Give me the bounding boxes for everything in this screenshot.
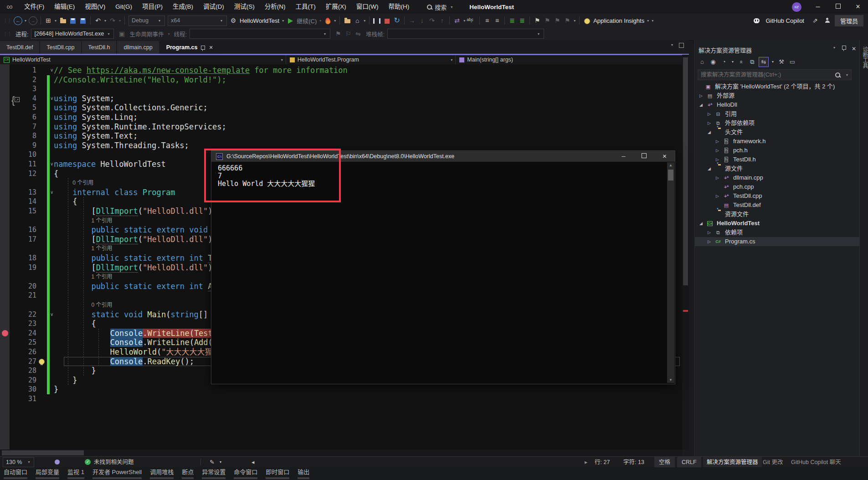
bottom-tab-4[interactable]: 调用堆栈 bbox=[150, 467, 174, 479]
flag-current-frame-icon[interactable]: ⚑ bbox=[333, 29, 343, 39]
lifecycle-events-icon[interactable]: ▣ bbox=[117, 29, 127, 39]
expanded-arrow-icon[interactable]: ◢ bbox=[699, 100, 703, 109]
collapsed-arrow-icon[interactable]: ▷ bbox=[708, 119, 711, 128]
fold-chevron-icon[interactable]: ∨ bbox=[50, 94, 53, 103]
tree-item-dllmain.cpp[interactable]: ▷+⁺dllmain.cpp bbox=[695, 173, 860, 182]
spaces-indicator[interactable]: 空格 bbox=[654, 457, 675, 468]
bottom-tab-0[interactable]: 自动窗口 bbox=[4, 467, 27, 479]
application-insights-bulb-icon[interactable] bbox=[582, 15, 592, 26]
bottom-tab-7[interactable]: 命令窗口 bbox=[234, 467, 257, 479]
code-map-icon[interactable]: ⇄ bbox=[452, 15, 462, 26]
dropdown-caret-icon[interactable]: ▾ bbox=[646, 19, 650, 23]
step-over-icon[interactable]: ↷ bbox=[427, 15, 437, 26]
account-avatar[interactable]: IIZ bbox=[792, 2, 801, 12]
code-line[interactable]: [DllImport("HelloDll.dll")] bbox=[91, 263, 217, 273]
menu-item-4[interactable]: 项目(P) bbox=[137, 0, 168, 14]
code-line[interactable]: { bbox=[72, 197, 77, 206]
outdent-icon[interactable]: ≣ bbox=[517, 15, 527, 26]
dropdown-caret-icon[interactable]: ▾ bbox=[118, 19, 122, 23]
document-tab-TestDll-h[interactable]: TestDll.h bbox=[82, 41, 117, 54]
menu-item-11[interactable]: 窗口(W) bbox=[351, 0, 384, 14]
menu-item-5[interactable]: 生成(B) bbox=[168, 0, 198, 14]
dropdown-caret-icon[interactable]: ▾ bbox=[572, 19, 577, 23]
document-list-caret-icon[interactable]: ▾ bbox=[670, 43, 674, 48]
panel-tab-2[interactable]: GitHub Copilot 聊天 bbox=[787, 457, 845, 468]
bottom-tab-6[interactable]: 异常设置 bbox=[202, 467, 226, 479]
breadcrumb-section-0[interactable]: C#HelloWorldTest▾ bbox=[0, 55, 286, 64]
nav-forward-icon[interactable]: → bbox=[29, 16, 37, 25]
save-all-icon[interactable] bbox=[78, 15, 88, 26]
tree-item--[interactable]: ▷⊟引用 bbox=[695, 109, 860, 119]
admin-button[interactable]: 管理员 bbox=[835, 15, 863, 26]
code-line[interactable]: internal class Program bbox=[72, 188, 175, 197]
menu-item-0[interactable]: 文件(F) bbox=[19, 0, 49, 14]
edit-pen-icon[interactable]: ✎ bbox=[210, 457, 214, 468]
copy-icon[interactable]: ⧉ bbox=[748, 57, 757, 67]
code-line[interactable]: [DllImport("HelloDll.dll")] bbox=[91, 206, 217, 216]
feedback-person-icon[interactable] bbox=[825, 18, 830, 23]
code-line[interactable]: using System.Linq; bbox=[54, 113, 138, 122]
collapsed-arrow-icon[interactable]: ▷ bbox=[716, 146, 719, 155]
clone-caret-icon[interactable]: ≡ bbox=[492, 15, 502, 26]
tree-item-pch.cpp[interactable]: +⁺pch.cpp bbox=[695, 182, 860, 191]
code-line[interactable]: { bbox=[54, 169, 58, 179]
collapse-all-icon[interactable]: « bbox=[737, 57, 746, 67]
tree-item--HelloWorldTest-2-2-[interactable]: ▣解决方案 'HelloWorldTest' (2 个项目，共 2 个) bbox=[695, 82, 860, 91]
pending-changes-filter-icon[interactable]: ◔ bbox=[719, 57, 729, 67]
code-line[interactable]: [DllImport("HelloDll.dll")] bbox=[91, 235, 217, 244]
bookmark-icon[interactable]: ⚑ bbox=[532, 15, 542, 26]
properties-wrench-icon[interactable]: ⚒ bbox=[777, 57, 786, 67]
code-line[interactable]: // See https://aka.ms/new-console-templa… bbox=[54, 66, 348, 75]
menu-item-12[interactable]: 帮助(H) bbox=[383, 0, 414, 14]
hot-reload-flame-icon[interactable] bbox=[323, 15, 333, 26]
tree-item--[interactable]: 资源文件 bbox=[695, 210, 860, 219]
startup-settings-gear-icon[interactable]: ⚙ bbox=[228, 15, 238, 26]
navigate-cursor-icon[interactable]: ≡ bbox=[482, 15, 492, 26]
console-scroll-thumb[interactable] bbox=[668, 170, 673, 181]
dropdown-caret-icon[interactable]: ▾ bbox=[23, 19, 28, 23]
code-line[interactable]: } bbox=[91, 366, 96, 376]
expanded-arrow-icon[interactable]: ◢ bbox=[708, 164, 711, 173]
codelens-references[interactable]: 1 个引用 bbox=[91, 216, 112, 226]
menu-item-3[interactable]: Git(G) bbox=[110, 0, 137, 14]
tree-item-HelloWorldTest[interactable]: ◢C#HelloWorldTest bbox=[695, 219, 860, 228]
open-file-icon[interactable] bbox=[58, 15, 68, 26]
tree-item--[interactable]: ◢源文件 bbox=[695, 164, 860, 173]
editor-vertical-scrollbar[interactable] bbox=[682, 55, 689, 449]
show-all-windows-icon[interactable]: ⌂ bbox=[352, 15, 362, 26]
fold-chevron-icon[interactable]: ∨ bbox=[50, 160, 53, 169]
menu-item-6[interactable]: 调试(D) bbox=[198, 0, 229, 14]
screen-reader-icon[interactable] bbox=[55, 457, 60, 468]
menu-item-9[interactable]: 工具(T) bbox=[291, 0, 321, 14]
panel-close-icon[interactable]: ✕ bbox=[852, 46, 856, 52]
zoom-select[interactable]: 130 %▾ bbox=[3, 457, 34, 467]
tree-item--[interactable]: ▷▤外部源 bbox=[695, 91, 860, 100]
document-tab-TestDll-cpp[interactable]: TestDll.cpp bbox=[40, 41, 81, 54]
panel-tab-0[interactable]: 解决方案资源管理器 bbox=[703, 457, 762, 468]
code-line[interactable]: using System.Text; bbox=[54, 131, 138, 141]
collapsed-arrow-icon[interactable]: ▷ bbox=[708, 109, 711, 119]
document-tab-dllmain-cpp[interactable]: dllmain.cpp bbox=[117, 41, 159, 54]
code-line[interactable]: { bbox=[91, 319, 96, 329]
github-copilot-label[interactable]: GitHub Copilot bbox=[765, 17, 804, 24]
collapsed-arrow-icon[interactable]: ▷ bbox=[716, 173, 719, 182]
code-line[interactable]: using System.Runtime.InteropServices; bbox=[54, 122, 226, 132]
close-button[interactable]: ✕ bbox=[848, 0, 868, 14]
tab-close-icon[interactable]: ✕ bbox=[209, 41, 213, 54]
tree-item-TestDll.cpp[interactable]: ▷+⁺TestDll.cpp bbox=[695, 191, 860, 201]
collapsed-arrow-icon[interactable]: ▷ bbox=[716, 137, 719, 146]
solution-search-box[interactable]: ▾ bbox=[698, 69, 852, 80]
document-tab-TestDll-def[interactable]: TestDll.def bbox=[0, 41, 39, 54]
search-control[interactable]: 搜索 ▾ bbox=[427, 3, 454, 11]
collapsed-arrow-icon[interactable]: ▷ bbox=[699, 91, 703, 100]
sync-caret-icon[interactable]: ▾ bbox=[770, 57, 775, 67]
share-icon[interactable]: ⇗ bbox=[810, 15, 820, 26]
restart-icon[interactable]: ↻ bbox=[392, 15, 402, 26]
undo-icon[interactable]: ↶ bbox=[93, 15, 103, 26]
continue-label[interactable]: 继续(C) bbox=[297, 16, 317, 25]
dropdown-caret-icon[interactable]: ▾ bbox=[53, 19, 58, 23]
horizontal-scroll-thumb[interactable] bbox=[2, 450, 84, 455]
panel-options-caret-icon[interactable]: ▾ bbox=[832, 46, 837, 52]
thread-select[interactable]: ▾ bbox=[190, 29, 330, 39]
dropdown-caret-icon[interactable]: ▾ bbox=[103, 19, 108, 23]
